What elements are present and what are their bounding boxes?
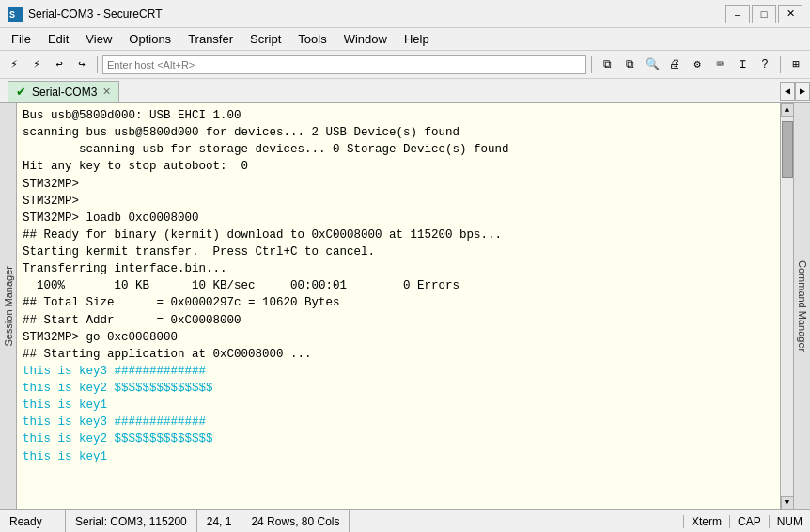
status-ready-text: Ready [9,515,42,528]
terminal-output[interactable]: Bus usb@5800d000: USB EHCI 1.00scanning … [17,103,780,509]
toolbar-find[interactable]: 🔍 [642,55,662,75]
scroll-track[interactable] [782,117,793,496]
terminal-line: Starting kermit transfer. Press Ctrl+C t… [23,243,774,260]
scrollbar: ▲ ▼ [780,103,793,509]
status-position-text: 24, 1 [207,515,232,528]
tab-serial-com3[interactable]: ✔ Serial-COM3 ✕ [8,81,119,102]
terminal-line: this is key2 $$$$$$$$$$$$$$ [23,430,774,447]
command-manager-label: Command Manager [797,260,808,352]
terminal-line: ## Start Addr = 0xC0008000 [23,312,774,329]
terminal-line: this is key2 $$$$$$$$$$$$$$ [23,380,774,397]
tab-next-btn[interactable]: ▶ [795,82,810,101]
status-position: 24, 1 [197,510,242,532]
close-button[interactable]: ✕ [778,5,802,23]
status-xterm-text: Xterm [692,515,722,528]
menu-window[interactable]: Window [336,30,395,48]
terminal-line: STM32MP> loadb 0xc0008000 [23,210,774,227]
status-dimensions-text: 24 Rows, 80 Cols [251,515,339,528]
maximize-button[interactable]: □ [752,5,776,23]
tab-nav: ◀ ▶ [780,79,810,103]
terminal-line: ## Ready for binary (kermit) download to… [23,227,774,243]
menu-transfer[interactable]: Transfer [180,30,241,48]
tab-close-btn[interactable]: ✕ [102,86,111,98]
status-serial-text: Serial: COM3, 115200 [75,515,187,528]
menu-help[interactable]: Help [397,30,437,48]
status-caps-text: CAP [738,515,761,528]
svg-text:S: S [9,10,15,21]
title-bar: S Serial-COM3 - SecureCRT – □ ✕ [0,0,810,28]
terminal-line: this is key1 [23,448,774,465]
toolbar-disconnect[interactable]: ↪ [71,55,92,75]
toolbar-extra[interactable]: ⊞ [786,55,806,75]
terminal-line: Hit any key to stop autoboot: 0 [23,158,774,175]
toolbar-keymap[interactable]: ⌨ [709,55,730,75]
terminal-line: Transferring interface.bin... [23,260,774,277]
toolbar-copy[interactable]: ⧉ [597,55,617,75]
status-caps: CAP [729,515,769,528]
menu-file[interactable]: File [4,30,39,48]
window-title: Serial-COM3 - SecureCRT [28,8,725,21]
status-right-area: Xterm CAP NUM [683,515,810,528]
toolbar-paste[interactable]: ⧉ [619,55,640,75]
toolbar-reconnect[interactable]: ↩ [49,55,70,75]
tab-active-icon: ✔ [16,85,26,99]
toolbar-sep-3 [780,56,781,73]
tab-bar: ✔ Serial-COM3 ✕ ◀ ▶ [0,79,810,103]
menu-script[interactable]: Script [242,30,288,48]
scroll-down-btn[interactable]: ▼ [781,496,794,509]
terminal-line: ## Total Size = 0x0000297c = 10620 Bytes [23,294,774,311]
toolbar-quick-connect[interactable]: ⚡ [26,55,47,75]
toolbar-connect-btn[interactable]: ⚡ [4,55,24,75]
terminal-line: this is key1 [23,397,774,414]
main-area: Session Manager Bus usb@5800d000: USB EH… [0,103,810,509]
tab-label: Serial-COM3 [32,86,97,99]
toolbar-settings[interactable]: ⚙ [687,55,708,75]
toolbar: ⚡ ⚡ ↩ ↪ ⧉ ⧉ 🔍 🖨 ⚙ ⌨ ⌶ ? ⊞ [0,51,810,79]
status-dimensions: 24 Rows, 80 Cols [241,510,350,532]
status-serial: Serial: COM3, 115200 [66,510,197,532]
menu-view[interactable]: View [78,30,119,48]
menu-tools[interactable]: Tools [290,30,334,48]
terminal-line: ## Starting application at 0xC0008000 ..… [23,346,774,363]
terminal-line: 100% 10 KB 10 KB/sec 00:00:01 0 Errors [23,277,774,294]
toolbar-funkeys[interactable]: ⌶ [732,55,753,75]
command-manager-sidebar[interactable]: Command Manager [793,103,810,509]
window-controls: – □ ✕ [725,5,802,23]
session-manager-label: Session Manager [3,266,14,347]
terminal-container: Bus usb@5800d000: USB EHCI 1.00scanning … [17,103,793,509]
terminal-line: this is key3 ############# [23,414,774,430]
terminal-line: STM32MP> [23,193,774,210]
toolbar-sep-1 [97,56,98,73]
status-ready: Ready [0,510,66,532]
scroll-thumb[interactable] [782,121,793,178]
terminal-line: scanning usb for storage devices... 0 St… [23,141,774,158]
terminal-line: STM32MP> [23,176,774,193]
toolbar-help[interactable]: ? [755,55,775,75]
terminal-line: Bus usb@5800d000: USB EHCI 1.00 [23,107,774,124]
terminal-line: this is key3 ############# [23,363,774,380]
address-input[interactable] [102,55,586,74]
session-manager-sidebar[interactable]: Session Manager [0,103,17,509]
terminal-line: scanning bus usb@5800d000 for devices...… [23,124,774,141]
tab-prev-btn[interactable]: ◀ [780,82,795,101]
toolbar-sep-2 [591,56,592,73]
status-bar: Ready Serial: COM3, 115200 24, 1 24 Rows… [0,509,810,532]
menu-options[interactable]: Options [121,30,179,48]
toolbar-print[interactable]: 🖨 [664,55,685,75]
app-icon: S [8,7,23,22]
menu-edit[interactable]: Edit [40,30,76,48]
minimize-button[interactable]: – [725,5,750,23]
scroll-up-btn[interactable]: ▲ [781,103,794,117]
menu-bar: File Edit View Options Transfer Script T… [0,28,810,51]
status-xterm: Xterm [683,515,729,528]
terminal-line: STM32MP> go 0xc0008000 [23,329,774,346]
status-num: NUM [769,515,810,528]
status-num-text: NUM [777,515,802,528]
